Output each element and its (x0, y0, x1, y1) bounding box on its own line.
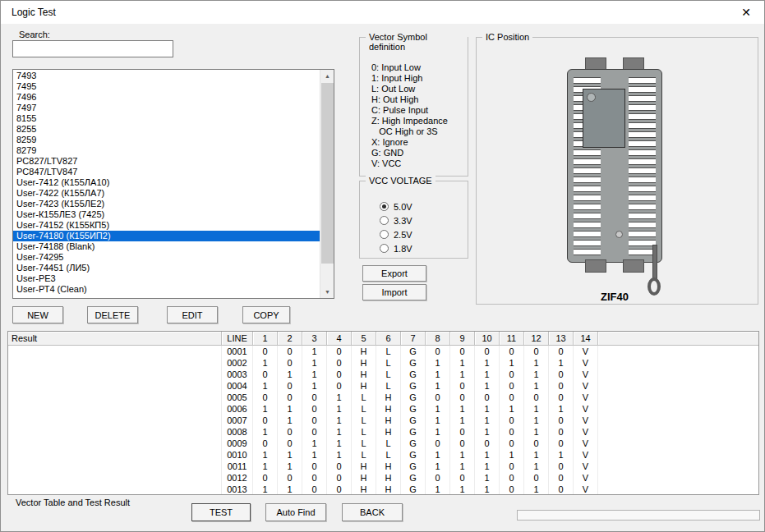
line-number-cell: 0009 (222, 438, 253, 449)
vcc-option-1.8V[interactable]: 1.8V (380, 243, 412, 254)
vector-table[interactable]: Result LINE 1234567891011121314 00010010… (7, 331, 759, 495)
result-cell (8, 346, 222, 357)
vector-value-cell: 0 (475, 392, 500, 403)
vector-value-cell: 1 (475, 357, 500, 369)
close-icon[interactable]: ✕ (735, 3, 758, 21)
device-list-item[interactable]: User-7412 (К155ЛА10) (13, 177, 320, 188)
device-list-item[interactable]: User-7423 (К155ЛЕ2) (13, 199, 320, 209)
device-list-item[interactable]: PC827/LTV827 (13, 156, 320, 167)
device-list-item[interactable]: User-74188 (Blank) (13, 241, 320, 252)
window-title: Logic Test (12, 7, 56, 18)
line-column-header: LINE (222, 332, 253, 346)
device-list-item[interactable]: 7496 (13, 92, 320, 103)
vector-value-cell: 1 (524, 484, 549, 494)
new-button[interactable]: NEW (12, 306, 63, 323)
auto-find-button[interactable]: Auto Find (265, 503, 326, 521)
vector-value-cell: H (376, 415, 401, 426)
vector-symbol-line: H: Out High (371, 94, 448, 105)
edit-button[interactable]: EDIT (167, 306, 218, 323)
vector-value-cell: V (574, 392, 598, 403)
vector-value-cell: H (352, 369, 376, 380)
radio-icon[interactable] (380, 202, 389, 211)
vector-value-cell: G (401, 484, 426, 494)
vector-table-row[interactable]: 00101111LLG111111V (8, 449, 758, 461)
vector-value-cell: H (376, 461, 401, 472)
socket-body (567, 69, 662, 263)
search-input[interactable] (12, 40, 173, 57)
device-list-item[interactable]: 8279 (13, 145, 320, 156)
result-cell (8, 415, 222, 426)
scroll-down-icon[interactable]: ▼ (320, 286, 334, 298)
vector-table-row[interactable]: 00030110HLG111010V (8, 369, 758, 380)
vector-table-row[interactable]: 00021010HLG111111V (8, 357, 758, 369)
vector-value-cell: 1 (253, 357, 278, 369)
vector-value-cell: 0 (500, 415, 524, 426)
vector-value-cell: 0 (500, 484, 524, 494)
vector-value-cell: 1 (253, 484, 278, 494)
device-list-item[interactable]: 8255 (13, 124, 320, 135)
vector-value-cell: 0 (500, 438, 524, 449)
vector-value-cell: L (376, 369, 401, 380)
copy-button[interactable]: COPY (242, 306, 290, 323)
delete-button[interactable]: DELETE (87, 306, 138, 323)
device-list-item[interactable]: 8259 (13, 135, 320, 145)
vector-table-row[interactable]: 00041010HLG101010V (8, 380, 758, 392)
device-listbox[interactable]: 74937495749674978155825582598279PC827/LT… (12, 69, 334, 299)
device-list-item[interactable]: PC847/LTV847 (13, 167, 320, 177)
vector-value-cell: V (574, 461, 598, 472)
export-button[interactable]: Export (362, 265, 426, 282)
device-list-item[interactable]: User-74152 (К155КП5) (13, 220, 320, 231)
device-list-item[interactable]: User-74451 (ЛИ5) (13, 263, 320, 273)
vector-value-cell: 0 (549, 369, 574, 380)
vector-value-cell: 1 (524, 380, 549, 392)
vector-table-row[interactable]: 00061101LHG111111V (8, 403, 758, 415)
radio-icon[interactable] (380, 216, 389, 225)
device-list-item[interactable]: User-74295 (13, 252, 320, 263)
vector-table-row[interactable]: 00120000HHG001000V (8, 472, 758, 484)
pin-column-header: 1 (253, 332, 278, 346)
device-list-item[interactable]: 7497 (13, 103, 320, 113)
device-list-item-selected[interactable]: User-74180 (К155ИП2) (13, 231, 320, 241)
listbox-scrollbar[interactable]: ▲ ▼ (320, 70, 334, 298)
import-button[interactable]: Import (362, 284, 426, 300)
device-list-item[interactable]: 7495 (13, 81, 320, 92)
device-list-item[interactable]: 8155 (13, 113, 320, 124)
vector-table-row[interactable]: 00111100HHG111010V (8, 461, 758, 472)
vcc-option-2.5V[interactable]: 2.5V (380, 229, 412, 240)
vcc-option-5.0V[interactable]: 5.0V (380, 201, 412, 212)
vector-value-cell: 1 (475, 426, 500, 438)
device-list-item[interactable]: 7493 (13, 71, 320, 81)
back-button[interactable]: BACK (342, 503, 403, 521)
vector-value-cell: 0 (302, 426, 327, 438)
vector-value-cell: 0 (450, 380, 475, 392)
row-filler (598, 403, 758, 415)
test-button[interactable]: TEST (191, 503, 251, 521)
result-cell (8, 380, 222, 392)
vector-table-row[interactable]: 00090011LLG000000V (8, 438, 758, 449)
device-list-item[interactable]: User-РТ4 (Clean) (13, 284, 320, 295)
vector-table-row[interactable]: 00081001LHG101010V (8, 426, 758, 438)
vector-value-cell: 0 (549, 472, 574, 484)
vector-table-row[interactable]: 00131100HHG111010V (8, 484, 758, 494)
vector-table-row[interactable]: 00070101LHG111010V (8, 415, 758, 426)
vector-value-cell: G (401, 357, 426, 369)
vector-value-cell: 1 (426, 449, 450, 461)
vector-value-cell: 1 (450, 369, 475, 380)
device-list-item[interactable]: User-К155ЛЕ3 (7425) (13, 209, 320, 220)
radio-icon[interactable] (380, 230, 389, 239)
progress-bar (517, 510, 760, 521)
vector-value-cell: 0 (327, 472, 352, 484)
vector-table-row[interactable]: 00050001LHG000000V (8, 392, 758, 403)
device-list-item[interactable]: User-РЕ3 (13, 273, 320, 284)
scroll-up-icon[interactable]: ▲ (320, 70, 334, 82)
vector-value-cell: 1 (278, 484, 302, 494)
vector-value-cell: 0 (278, 392, 302, 403)
vector-value-cell: 0 (302, 472, 327, 484)
vector-table-row[interactable]: 00010010HLG000000V (8, 346, 758, 357)
vector-value-cell: 1 (450, 357, 475, 369)
vector-value-cell: 1 (524, 403, 549, 415)
device-list-item[interactable]: User-7422 (К155ЛА7) (13, 188, 320, 199)
vcc-option-3.3V[interactable]: 3.3V (380, 215, 412, 226)
radio-icon[interactable] (380, 244, 389, 253)
scrollbar-thumb[interactable] (321, 83, 334, 264)
